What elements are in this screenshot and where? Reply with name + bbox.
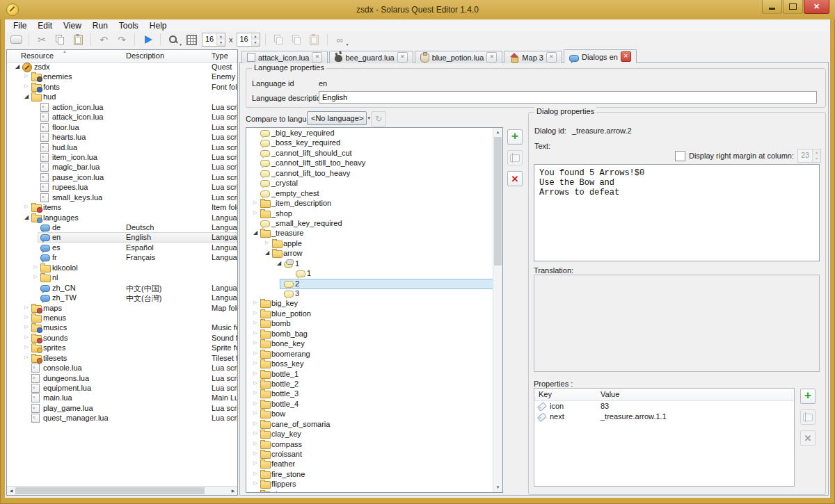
- dialog-row-3[interactable]: 3: [246, 288, 493, 298]
- tree-row-fr[interactable]: frFrançaisLanguage: [7, 252, 237, 262]
- dialog-row-bottle-3[interactable]: ▷bottle_3: [246, 389, 493, 398]
- tree-row-tilesets[interactable]: ▷tilesetsTileset folder: [7, 353, 237, 363]
- menu-file[interactable]: File: [8, 20, 32, 31]
- tree-row-rupees-lua[interactable]: rupees.luaLua script: [7, 182, 237, 192]
- dialog-row-bow[interactable]: ▷bow: [246, 409, 493, 418]
- dialog-row-bottle-1[interactable]: ▷bottle_1: [246, 369, 493, 379]
- key-column-header[interactable]: Key: [539, 390, 552, 398]
- dialog-row-arrow[interactable]: ◢arrow: [246, 248, 493, 258]
- dialog-row-fire-stone[interactable]: ▷fire_stone: [246, 469, 493, 479]
- tree-row-dungeons-lua[interactable]: dungeons.luaLua script: [7, 373, 237, 383]
- expander-icon[interactable]: ▷: [23, 314, 30, 320]
- expander-icon[interactable]: ▷: [252, 410, 259, 416]
- dialog-row-item-description[interactable]: ▷_item_description: [246, 198, 493, 208]
- display-right-margin-checkbox[interactable]: [675, 151, 685, 161]
- tree-row-play-game-lua[interactable]: play_game.luaLua script: [7, 403, 237, 413]
- tree-row-zh-cn[interactable]: zh_CN中文(中国)Language: [7, 283, 237, 293]
- scrollbar-thumb[interactable]: [15, 487, 205, 494]
- expander-icon[interactable]: ▷: [252, 491, 259, 492]
- dialog-row-big-key[interactable]: ▷big_key: [246, 298, 493, 308]
- expander-icon[interactable]: ▷: [252, 320, 259, 325]
- expander-icon[interactable]: ▷: [252, 441, 259, 446]
- expander-icon[interactable]: ▷: [264, 240, 271, 245]
- dialog-row-1[interactable]: 1: [246, 268, 493, 278]
- value-column-header[interactable]: Value: [601, 390, 619, 398]
- tree-row-maps[interactable]: ▷mapsMap folder: [7, 303, 237, 313]
- tree-row-hud[interactable]: ◢hud: [7, 92, 237, 101]
- dialog-row-treasure[interactable]: ◢_treasure: [246, 228, 493, 238]
- grid-width-spinner[interactable]: 16 ▲▼: [202, 33, 225, 47]
- tree-row-languages[interactable]: ◢languagesLanguage folder: [7, 213, 237, 222]
- expander-icon[interactable]: ▷: [252, 350, 259, 356]
- dialog-row-bottle-4[interactable]: ▷bottle_4: [246, 399, 493, 409]
- tree-row-nl[interactable]: ▷nl: [7, 273, 237, 282]
- maximize-button[interactable]: [783, 0, 803, 14]
- minimize-button[interactable]: [762, 0, 782, 14]
- expander-icon[interactable]: ▷: [252, 390, 259, 396]
- dialog-row-feather[interactable]: ▷feather: [246, 459, 493, 469]
- tree-row-en[interactable]: enEnglishLanguage: [7, 232, 237, 242]
- expander-icon[interactable]: ▷: [252, 460, 259, 466]
- tab-dialogs-en[interactable]: Dialogs en✕: [564, 49, 637, 63]
- expander-icon[interactable]: ◢: [252, 229, 259, 236]
- tab-blue-potion-lua[interactable]: blue_potion.lua✕: [415, 51, 503, 63]
- column-header-type[interactable]: Type: [209, 50, 238, 62]
- tree-row-es[interactable]: esEspañolLanguage: [7, 243, 237, 252]
- tree-row-zsdx[interactable]: ◢zsdxQuest: [7, 62, 237, 72]
- tab-bee-guard-lua[interactable]: bee_guard.lua✕: [329, 51, 413, 63]
- tree-row-de[interactable]: deDeutschLanguage: [7, 222, 237, 232]
- expander-icon[interactable]: ◢: [264, 250, 271, 256]
- expander-icon[interactable]: ▷: [23, 344, 30, 350]
- expander-icon[interactable]: ▷: [252, 200, 259, 205]
- expander-icon[interactable]: ▷: [23, 304, 30, 310]
- expander-icon[interactable]: ▷: [23, 204, 30, 209]
- dialog-row-flippers[interactable]: ▷flippers: [246, 479, 493, 489]
- expander-icon[interactable]: ▷: [252, 400, 259, 406]
- expander-icon[interactable]: ◢: [23, 214, 30, 220]
- property-row-next[interactable]: next_treasure.arrow.1.1: [534, 412, 794, 422]
- expander-icon[interactable]: ▷: [252, 360, 259, 366]
- spin-up-icon[interactable]: ▲: [217, 33, 225, 40]
- dialog-row-crystal[interactable]: _crystal: [246, 178, 493, 188]
- tab-map-3[interactable]: Map 3✕: [504, 51, 562, 63]
- tab-close-icon[interactable]: ✕: [486, 52, 497, 63]
- tree-row-floor-lua[interactable]: floor.luaLua script: [7, 122, 237, 132]
- delete-dialog-button[interactable]: ✕: [507, 171, 523, 186]
- scroll-up-icon[interactable]: ▲: [493, 128, 502, 137]
- dialog-row-cannot-lift-should-cut[interactable]: _cannot_lift_should_cut: [246, 148, 493, 158]
- expander-icon[interactable]: ▷: [252, 380, 259, 386]
- expander-icon[interactable]: ▷: [23, 324, 30, 330]
- tree-row-equipment-lua[interactable]: equipment.luaLua script: [7, 383, 237, 393]
- tree-row-kikoolol[interactable]: ▷kikoolol: [7, 263, 237, 273]
- tree-row-fonts[interactable]: ▷fontsFont folder: [7, 82, 237, 92]
- dialog-row-glove[interactable]: ▷glove: [246, 489, 493, 492]
- dialog-row-boss-key[interactable]: ▷boss_key: [246, 359, 493, 368]
- column-header-description[interactable]: Description: [123, 50, 212, 62]
- dialog-row-1[interactable]: ◢1: [246, 259, 493, 268]
- scrollbar-thumb[interactable]: [494, 137, 502, 266]
- compare-language-dropdown[interactable]: <No language> ▼: [307, 111, 367, 125]
- grid-height-spinner[interactable]: 16 ▲▼: [237, 33, 260, 47]
- tab-close-icon[interactable]: ✕: [397, 52, 408, 63]
- dialog-row-clay-key[interactable]: ▷clay_key: [246, 429, 493, 439]
- tree-row-quest-manager-lua[interactable]: quest_manager.luaLua script: [7, 413, 237, 423]
- expander-icon[interactable]: ◢: [276, 260, 283, 266]
- tree-row-sounds[interactable]: ▷soundsSound folder: [7, 333, 237, 343]
- dialog-row-empty-chest[interactable]: _empty_chest: [246, 188, 493, 198]
- tree-row-hud-lua[interactable]: hud.luaLua script: [7, 143, 237, 152]
- spinner-buttons[interactable]: ▲▼: [251, 33, 260, 46]
- scroll-down-icon[interactable]: ▼: [493, 483, 502, 492]
- tree-row-menus[interactable]: ▷menus: [7, 313, 237, 323]
- menu-help[interactable]: Help: [144, 20, 173, 31]
- add-dialog-button[interactable]: +: [507, 129, 523, 145]
- dialog-row-cannot-lift-too-heavy[interactable]: _cannot_lift_too_heavy: [246, 168, 493, 178]
- dialog-row-croissant[interactable]: ▷croissant: [246, 449, 493, 459]
- expander-icon[interactable]: ▷: [252, 330, 259, 336]
- expander-icon[interactable]: ◢: [14, 63, 21, 70]
- dialog-row-cane-of-somaria[interactable]: ▷cane_of_somaria: [246, 419, 493, 429]
- tree-row-console-lua[interactable]: console.luaLua script: [7, 363, 237, 373]
- expander-icon[interactable]: ▷: [23, 334, 30, 340]
- expander-icon[interactable]: ▷: [252, 371, 259, 376]
- horizontal-scrollbar[interactable]: ◀ ▶: [7, 486, 237, 495]
- expander-icon[interactable]: ▷: [252, 421, 259, 426]
